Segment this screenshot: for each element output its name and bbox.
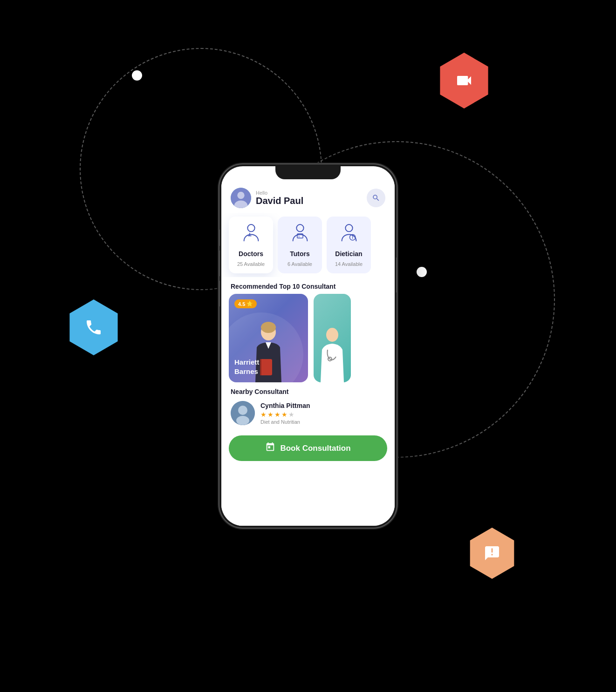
consultant-cards: 4.5 ⭐ HarriettBarnes (221, 294, 395, 382)
phone-device: Hello David Paul (219, 164, 397, 528)
search-button[interactable] (367, 189, 385, 207)
avatar (231, 188, 251, 208)
categories-row: Doctors 25 Available I (221, 213, 395, 277)
phone-icon-badge (66, 299, 122, 355)
chat-icon-badge (466, 528, 518, 579)
category-count-dietician: 14 Available (335, 261, 363, 267)
category-name-tutors: Tutors (290, 250, 310, 258)
svg-rect-12 (260, 359, 272, 375)
svg-point-18 (236, 416, 249, 425)
rating-value: 4.5 (238, 301, 245, 307)
star-3: ★ (274, 411, 281, 418)
volume-up (219, 251, 220, 276)
tutors-icon: I (289, 223, 311, 246)
svg-point-1 (237, 192, 244, 199)
book-consultation-button[interactable]: Book Consultation (229, 435, 387, 461)
svg-rect-13 (260, 359, 261, 375)
svg-point-17 (238, 406, 247, 415)
star-icon: ⭐ (246, 301, 253, 307)
dietician-icon (338, 223, 360, 246)
video-icon-badge (436, 53, 492, 109)
svg-text:I: I (298, 235, 299, 238)
nearby-avatar (231, 401, 255, 425)
category-name-dietician: Dietician (335, 250, 362, 258)
scene: Hello David Paul (52, 20, 564, 672)
svg-point-14 (326, 328, 338, 342)
circle-dot-2 (417, 267, 427, 277)
svg-point-11 (261, 322, 276, 333)
app-header: Hello David Paul (221, 179, 395, 213)
category-name-doctors: Doctors (239, 250, 263, 258)
star-2: ★ (267, 411, 274, 418)
nearby-info: Cynthia Pittman ★ ★ ★ ★ ★ Diet and Nutri… (260, 402, 385, 425)
card-doctor[interactable] (314, 294, 351, 382)
user-name-block: Hello David Paul (256, 190, 303, 206)
recommended-title: Recommended Top 10 Consultant (221, 277, 395, 294)
stars-row: ★ ★ ★ ★ ★ (260, 411, 385, 418)
card-consultant-name: HarriettBarnes (234, 358, 259, 376)
book-consultation-label: Book Consultation (280, 444, 350, 453)
nearby-consultant-item: Cynthia Pittman ★ ★ ★ ★ ★ Diet and Nutri… (231, 401, 385, 425)
nearby-consultant-name: Cynthia Pittman (260, 402, 385, 409)
power-button (396, 258, 397, 292)
card-harriett-barnes[interactable]: 4.5 ⭐ HarriettBarnes (229, 294, 308, 382)
svg-point-4 (296, 224, 303, 231)
category-count-tutors: 6 Available (287, 261, 312, 267)
star-1: ★ (260, 411, 267, 418)
star-5: ★ (288, 411, 294, 418)
svg-point-3 (247, 224, 254, 231)
volume-down (219, 281, 220, 306)
volume-toggle (219, 230, 220, 246)
user-info: Hello David Paul (231, 188, 303, 208)
notch (275, 166, 341, 179)
category-dietician[interactable]: Dietician 14 Available (327, 217, 371, 273)
rating-badge: 4.5 ⭐ (234, 299, 257, 308)
app-screen: Hello David Paul (221, 179, 395, 526)
nearby-title: Nearby Consultant (231, 388, 385, 397)
user-name: David Paul (256, 196, 303, 206)
nearby-section: Nearby Consultant Cynthia Pittman (221, 382, 395, 429)
circle-dot-1 (132, 70, 142, 81)
phone-screen: Hello David Paul (221, 166, 395, 526)
doctor-figure (314, 312, 351, 382)
svg-point-7 (345, 224, 352, 231)
greeting-text: Hello (256, 190, 303, 196)
nearby-role: Diet and Nutritian (260, 419, 385, 425)
category-doctors[interactable]: Doctors 25 Available (229, 217, 273, 273)
doctors-icon (240, 223, 262, 246)
star-4: ★ (281, 411, 287, 418)
book-calendar-icon (265, 442, 275, 455)
category-count-doctors: 25 Available (237, 261, 265, 267)
category-tutors[interactable]: I Tutors 6 Available (278, 217, 322, 273)
